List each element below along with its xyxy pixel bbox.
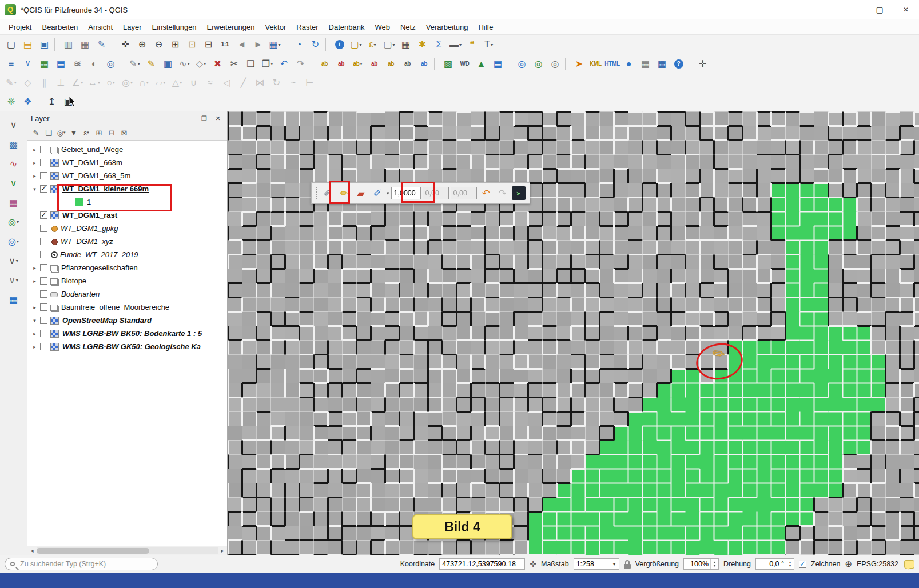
temporal-controller[interactable]: ◔ xyxy=(291,37,307,53)
menu-item[interactable]: Netz xyxy=(395,21,421,34)
layer-labeling[interactable]: ab xyxy=(317,56,332,71)
probe-tool-button[interactable]: ✐ xyxy=(320,186,335,201)
magnifier-input[interactable] xyxy=(684,560,710,568)
vertex-tool[interactable]: ◇ xyxy=(193,56,209,71)
cad-tools[interactable]: ✎ xyxy=(3,75,19,90)
separator[interactable] xyxy=(38,95,42,108)
menu-item[interactable]: Einstellungen xyxy=(147,21,202,34)
menu-item[interactable]: Hilfe xyxy=(473,21,498,34)
identify-features[interactable]: i xyxy=(332,37,347,53)
html-export[interactable]: HTML xyxy=(604,56,620,71)
magnifier-spin-buttons[interactable] xyxy=(710,559,718,569)
erase-tool-button[interactable]: ▰ xyxy=(353,186,368,201)
dock-raster-align[interactable]: ▩ xyxy=(6,137,21,152)
separator[interactable] xyxy=(325,38,329,51)
render-checkbox[interactable] xyxy=(799,561,806,568)
dock-digitizing[interactable]: ∨ xyxy=(6,117,21,133)
rotation-spinbox[interactable] xyxy=(755,558,794,570)
menu-item[interactable]: Datenbank xyxy=(324,21,370,34)
zoom-to-layer[interactable]: ⊟ xyxy=(201,37,216,53)
rotate-label[interactable]: ab xyxy=(400,56,415,71)
separator[interactable] xyxy=(285,38,289,51)
layer-row[interactable]: ▸ WT_DGM1_668m xyxy=(27,156,227,169)
regular-polygon-tool[interactable]: △ xyxy=(169,75,185,90)
add-raster-layer[interactable]: ▦ xyxy=(37,56,52,71)
layer-label[interactable]: WT_DGM1_kleiner 669m xyxy=(62,185,149,193)
dock-mesh-grid[interactable]: ▦ xyxy=(6,195,21,210)
layer-row[interactable]: Bodenarten xyxy=(27,287,227,301)
layer-row[interactable]: 1 xyxy=(27,195,227,209)
plugin-wd[interactable]: WD xyxy=(457,56,472,71)
save-project[interactable]: ▣ xyxy=(37,37,52,53)
layer-label[interactable]: WT_DGM1_gpkg xyxy=(61,224,118,233)
layer-checkbox[interactable] xyxy=(40,238,47,245)
merge-features[interactable]: ⋈ xyxy=(252,75,268,90)
dock-topology[interactable]: ∨ xyxy=(6,175,21,191)
separator[interactable] xyxy=(311,58,315,70)
toolbar-grip[interactable] xyxy=(316,187,319,199)
dock-globe-green[interactable]: ◎ xyxy=(6,214,21,230)
tile-grid-1[interactable]: ▦ xyxy=(638,56,653,71)
zoom-to-selection[interactable]: ⊡ xyxy=(184,37,200,53)
curve-tool[interactable]: ∩ xyxy=(136,75,152,90)
serval-toggle[interactable]: ❊ xyxy=(3,94,19,109)
ellipse-tool[interactable]: ◎ xyxy=(120,75,135,90)
pan-map[interactable]: ✜ xyxy=(118,37,133,53)
layer-label[interactable]: OpenStreetMap Standard xyxy=(62,316,152,325)
layer-checkbox[interactable] xyxy=(40,277,47,285)
filter-by-expression[interactable]: ε xyxy=(81,127,92,138)
redo[interactable]: ↷ xyxy=(293,56,308,71)
separator[interactable] xyxy=(689,58,693,70)
map-tips[interactable]: ❝ xyxy=(464,37,480,53)
scale-input[interactable] xyxy=(574,560,610,568)
menu-item[interactable]: Layer xyxy=(118,21,147,34)
undo-edit-button[interactable]: ↶ xyxy=(479,186,494,201)
db-manager[interactable]: ▤ xyxy=(490,56,506,71)
redo-edit-button[interactable]: ↷ xyxy=(495,186,510,201)
layer-label[interactable]: WT_DGM1_668m xyxy=(62,158,122,167)
layer-label[interactable]: WT_DGM1_668_5m xyxy=(62,171,130,180)
parallel-constraint[interactable]: ∥ xyxy=(37,75,52,90)
separator[interactable] xyxy=(434,58,438,70)
add-mesh-layer[interactable]: ▤ xyxy=(53,56,69,71)
layer-row[interactable]: ▾ OpenStreetMap Standard xyxy=(27,314,227,327)
profile-plugin[interactable]: ❖ xyxy=(20,94,35,109)
expander-icon[interactable]: ▸ xyxy=(31,305,38,310)
rotation-spin-buttons[interactable] xyxy=(786,559,794,569)
separator[interactable] xyxy=(565,58,569,70)
scale-dropdown-icon[interactable] xyxy=(610,559,619,569)
layer-label[interactable]: Biotope xyxy=(61,277,86,285)
cut-features[interactable]: ✂ xyxy=(226,56,242,71)
raster-calculator[interactable]: ▩ xyxy=(440,56,456,71)
quickmapservices[interactable]: ➤ xyxy=(571,56,587,71)
tile-grid-2[interactable]: ▦ xyxy=(654,56,670,71)
expand-all[interactable]: ⊞ xyxy=(93,127,105,138)
dock-table[interactable]: ▦ xyxy=(6,292,21,307)
pin-labels[interactable]: ab xyxy=(350,56,365,71)
expander-icon[interactable]: ▸ xyxy=(31,160,38,166)
band-value-input[interactable] xyxy=(391,187,421,199)
layer-checkbox[interactable] xyxy=(40,303,47,311)
filter-legend[interactable]: ▼ xyxy=(68,127,79,138)
toggle-editing[interactable]: ✎ xyxy=(144,56,159,71)
layer-row[interactable]: WT_DGM1_rast xyxy=(27,209,227,222)
layer-checkbox[interactable] xyxy=(40,225,47,232)
grass-tools[interactable]: ▲ xyxy=(474,56,489,71)
layer-checkbox[interactable] xyxy=(40,172,47,179)
open-layer-styling[interactable]: ✎ xyxy=(30,127,42,138)
menu-item[interactable]: Bearbeiten xyxy=(37,21,83,34)
layer-row[interactable]: WT_DGM1_xyz xyxy=(27,235,227,248)
extent-toggle-icon[interactable] xyxy=(530,559,536,569)
add-delimited-text-layer[interactable]: ≋ xyxy=(70,56,85,71)
current-edits[interactable]: ✎ xyxy=(127,56,142,71)
manage-map-themes[interactable]: ◎ xyxy=(55,127,67,138)
layer-label[interactable]: Funde_WT_2017_2019 xyxy=(60,250,138,259)
zoom-in[interactable]: ⊕ xyxy=(134,37,150,53)
layer-checkbox[interactable] xyxy=(40,251,47,258)
offset-curve[interactable]: ≈ xyxy=(202,75,218,90)
paste-features[interactable]: ❐ xyxy=(260,56,275,71)
scale-combobox[interactable] xyxy=(574,558,619,570)
scroll-left-icon[interactable] xyxy=(27,547,37,554)
layer-row[interactable]: Funde_WT_2017_2019 xyxy=(27,248,227,261)
crs-value[interactable]: EPSG:25832 xyxy=(857,560,898,568)
